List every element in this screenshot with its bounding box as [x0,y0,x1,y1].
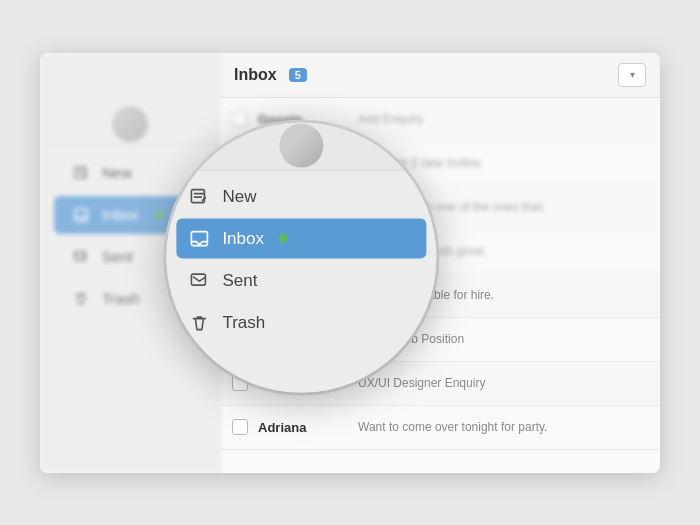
inbox-badge: 5 [289,68,307,82]
mag-new-label: New [222,186,256,206]
email-preview: UX/UI Designer Enquiry [358,376,648,390]
mag-sent-icon [188,269,210,291]
sidebar-item-new[interactable]: New [54,154,205,192]
mag-inbox-dot [278,234,287,243]
mag-sidebar-inbox[interactable]: Inbox [176,218,426,258]
mag-sidebar-sent[interactable]: Sent [176,260,426,300]
mag-trash-icon [188,311,210,333]
mag-sidebar-trash[interactable]: Trash [176,302,426,342]
mag-trash-label: Trash [222,312,265,332]
magnifier-overlay: New Inbox [166,122,436,392]
email-preview: Add Enquiry [358,112,648,126]
dropdown-button[interactable]: ▾ [618,63,646,87]
inbox-title: Inbox [234,66,277,84]
inbox-icon [72,206,90,224]
email-row[interactable]: AdrianaWant to come over tonight for par… [220,406,660,450]
trash-icon [72,290,90,308]
email-preview: Want to come over tonight for party. [358,420,648,434]
sent-icon [72,248,90,266]
sidebar-sent-label: Sent [102,248,133,265]
sidebar-new-label: New [102,164,132,181]
inbox-unread-dot [155,211,163,219]
email-checkbox[interactable] [232,419,248,435]
mag-sidebar-new[interactable]: New [176,176,426,216]
email-sender: Adriana [258,420,348,435]
mag-inbox-label: Inbox [222,228,264,248]
mag-edit-icon [188,185,210,207]
sidebar-trash-label: Trash [102,290,140,307]
mag-inbox-icon [188,227,210,249]
toolbar: Inbox 5 ▾ [220,53,660,98]
edit-icon [72,164,90,182]
email-checkbox[interactable] [232,111,248,127]
app-container: New Inbox [40,53,660,473]
mag-sent-label: Sent [222,270,257,290]
sidebar-inbox-label: Inbox [102,206,139,223]
